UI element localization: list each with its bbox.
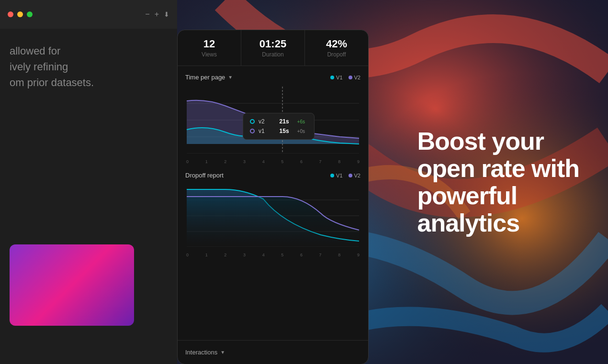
analytics-panel: 12 Views 01:25 Duration 42% Dropoff Time… [177, 30, 369, 364]
tooltip-v1-badge: +0s [295, 128, 307, 134]
duration-label: Duration [241, 51, 304, 58]
left-panel: − + ⬇ allowed for ively refining om prio… [0, 0, 177, 364]
v2-dot [349, 76, 352, 79]
interactions-footer: Interactions ▼ [178, 340, 368, 364]
chart1-title: Time per page ▼ [185, 74, 233, 81]
chart2-legend-v2: V2 [349, 173, 360, 178]
marketing-heading: Boost your open rate with powerful analy… [417, 127, 579, 237]
window-header: − + ⬇ [0, 0, 177, 29]
marketing-section: Boost your open rate with powerful analy… [417, 127, 579, 237]
tooltip-v2-row: v2 21s +6s [250, 118, 307, 125]
time-per-page-section: Time per page ▼ V1 V2 [178, 66, 368, 172]
chart1-axis: 0 1 2 3 4 5 6 7 8 9 [185, 159, 360, 164]
tooltip-v2-dot [250, 119, 255, 124]
chart1-container: v2 21s +6s v1 15s +0s [185, 87, 360, 155]
stats-header: 12 Views 01:25 Duration 42% Dropoff [178, 30, 368, 66]
dropoff-label: Dropoff [305, 51, 368, 58]
plus-icon[interactable]: + [155, 10, 159, 19]
legend-v2: V2 [349, 75, 360, 80]
dropoff-section: Dropoff report V1 V2 [178, 172, 368, 265]
stat-dropoff: 42% Dropoff [305, 30, 368, 66]
chart2-container [185, 185, 360, 249]
close-btn[interactable] [27, 11, 33, 17]
chart2-legend-v1: V1 [330, 173, 342, 178]
stat-duration: 01:25 Duration [241, 30, 305, 66]
window-controls [8, 11, 33, 17]
chart2-v1-dot [330, 174, 334, 177]
v1-dot [330, 76, 334, 79]
chart2-header: Dropoff report V1 V2 [185, 172, 360, 179]
chart1-legend: V1 V2 [330, 75, 360, 80]
tooltip-v1-dot [250, 129, 255, 133]
dropoff-value: 42% [305, 38, 368, 50]
chart-tooltip: v2 21s +6s v1 15s +0s [243, 113, 315, 140]
legend-v1: V1 [330, 75, 342, 80]
chart2-axis: 0 1 2 3 4 5 6 7 8 9 [185, 253, 360, 257]
tooltip-v2-badge: +6s [295, 119, 307, 125]
stat-views: 12 Views [178, 30, 241, 66]
chart1-header: Time per page ▼ V1 V2 [185, 74, 360, 81]
download-icon[interactable]: ⬇ [164, 11, 169, 18]
left-panel-text: allowed for ively refining om prior data… [0, 29, 177, 105]
maximize-btn[interactable] [17, 11, 23, 17]
tooltip-v2-label: v2 [259, 118, 276, 125]
interactions-label[interactable]: Interactions ▼ [185, 349, 225, 356]
chart2-legend: V1 V2 [330, 173, 360, 178]
duration-value: 01:25 [241, 38, 304, 50]
card-thumbnail [10, 244, 134, 326]
views-label: Views [178, 51, 241, 58]
interactions-dropdown-icon[interactable]: ▼ [220, 350, 225, 355]
chart2-title: Dropoff report [185, 172, 224, 179]
tooltip-v1-label: v1 [259, 128, 276, 134]
tooltip-v1-row: v1 15s +0s [250, 128, 307, 134]
tooltip-v2-value: 21s [280, 118, 289, 125]
chart2-v2-dot [349, 174, 352, 177]
chart1-dropdown-icon[interactable]: ▼ [228, 75, 233, 80]
tooltip-v1-value: 15s [280, 128, 289, 134]
minus-icon[interactable]: − [145, 10, 149, 19]
views-value: 12 [178, 38, 241, 50]
minimize-btn[interactable] [8, 11, 13, 17]
chart2-svg [185, 185, 360, 247]
